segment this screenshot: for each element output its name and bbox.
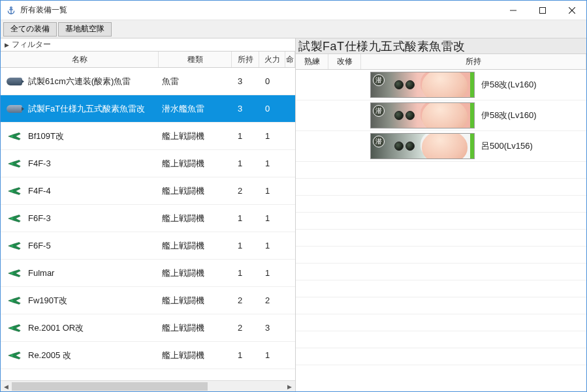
chevron-right-icon: ▶: [5, 42, 9, 48]
col-improvement[interactable]: 改修: [328, 54, 361, 69]
svg-rect-4: [539, 7, 545, 13]
empty-row: [296, 213, 586, 230]
equip-type: 潜水艦魚雷: [159, 103, 232, 115]
empty-row: [296, 314, 586, 331]
svg-point-8: [10, 162, 13, 164]
filter-expander[interactable]: ▶ フィルター: [1, 38, 295, 52]
svg-point-11: [10, 244, 13, 247]
table-row[interactable]: F6F-3艦上戦闘機11: [1, 205, 295, 232]
scroll-thumb[interactable]: [12, 382, 208, 391]
empty-row: [296, 196, 586, 213]
empty-row: [296, 280, 586, 297]
equip-fire: 1: [260, 241, 286, 250]
table-row[interactable]: Fulmar艦上戦闘機11: [1, 260, 295, 287]
equip-owned: 2: [232, 186, 260, 196]
equip-name: Re.2005 改: [28, 350, 71, 361]
table-row[interactable]: 試製61cm六連装(酸素)魚雷魚雷30: [1, 68, 295, 95]
window-title: 所有装備一覧: [20, 5, 498, 16]
equipment-grid-body[interactable]: 試製61cm六連装(酸素)魚雷魚雷30試製FaT仕様九五式酸素魚雷改潜水艦魚雷3…: [1, 68, 295, 380]
equip-type: 艦上戦闘機: [159, 158, 232, 170]
ship-tag-icon: 潜: [373, 74, 385, 86]
scroll-right-icon[interactable]: ▶: [284, 381, 295, 391]
equip-owned: 3: [232, 104, 260, 113]
empty-row: [296, 162, 586, 179]
ship-banner: 潜: [370, 133, 475, 159]
equip-type: 艦上戦闘機: [159, 130, 232, 142]
ship-tag-icon: 潜: [373, 136, 385, 147]
col-owned[interactable]: 所持: [232, 52, 259, 67]
plane-icon: [6, 212, 23, 225]
content-area: ▶ フィルター 名称 種類 所持 火力 命 試製61cm六連装(酸素)魚雷魚雷3…: [1, 38, 586, 391]
svg-point-10: [10, 217, 13, 219]
table-row[interactable]: F4F-4艦上戦闘機21: [1, 177, 295, 205]
detail-grid-header: 熟練 改修 所持: [296, 54, 586, 70]
ship-tag-icon: 潜: [373, 105, 385, 117]
equip-fire: 3: [260, 323, 286, 333]
equip-type: 艦上戦闘機: [159, 350, 232, 361]
empty-row: [296, 348, 586, 365]
equip-fire: 1: [260, 268, 286, 278]
anchor-icon: [6, 5, 16, 16]
equip-fire: 1: [260, 158, 286, 168]
plane-icon: [6, 157, 23, 170]
col-proficiency[interactable]: 熟練: [296, 54, 328, 69]
empty-row: [296, 331, 586, 348]
plane-icon: [6, 349, 23, 362]
col-name[interactable]: 名称: [1, 52, 159, 67]
equip-type: 艦上戦闘機: [159, 267, 232, 279]
col-type[interactable]: 種類: [159, 52, 232, 67]
titlebar: 所有装備一覧: [1, 1, 586, 20]
col-fire[interactable]: 火力: [259, 52, 285, 67]
col-ownedby[interactable]: 所持: [361, 54, 586, 69]
table-row[interactable]: 試製FaT仕様九五式酸素魚雷改潜水艦魚雷30: [1, 95, 295, 123]
table-row[interactable]: Re.2001 OR改艦上戦闘機23: [1, 314, 295, 342]
toolbar: 全ての装備 基地航空隊: [1, 20, 586, 38]
detail-grid-body: 潜伊58改(Lv160)潜伊58改(Lv160)潜呂500(Lv156): [296, 70, 586, 391]
empty-row: [296, 179, 586, 196]
detail-row[interactable]: 潜伊58改(Lv160): [296, 100, 586, 131]
table-row[interactable]: Bf109T改艦上戦闘機11: [1, 123, 295, 150]
equip-name: F4F-3: [28, 158, 51, 168]
minimize-button[interactable]: [498, 1, 528, 20]
tab-airbase[interactable]: 基地航空隊: [58, 22, 112, 37]
svg-point-0: [10, 7, 12, 8]
close-button[interactable]: [557, 1, 586, 20]
table-row[interactable]: Re.2005 改艦上戦闘機11: [1, 342, 295, 369]
tab-all-equipment[interactable]: 全ての装備: [3, 22, 57, 37]
ship-name: 伊58改(Lv160): [481, 110, 537, 121]
plane-icon: [6, 239, 23, 252]
equip-owned: 1: [232, 350, 260, 360]
table-row[interactable]: Fw190T改艦上戦闘機22: [1, 287, 295, 314]
detail-row[interactable]: 潜呂500(Lv156): [296, 131, 586, 162]
equip-name: F6F-3: [28, 213, 51, 223]
table-row[interactable]: F4F-3艦上戦闘機11: [1, 150, 295, 177]
equip-owned: 1: [232, 268, 260, 278]
equip-name: Fulmar: [28, 268, 54, 278]
equip-owned: 1: [232, 213, 260, 223]
ship-banner: 潜: [370, 102, 475, 128]
ship-name: 伊58改(Lv160): [481, 79, 537, 91]
scroll-left-icon[interactable]: ◀: [1, 381, 12, 391]
plane-icon: [6, 322, 23, 335]
equip-fire: 0: [260, 76, 286, 86]
ship-banner: 潜: [370, 72, 475, 98]
equip-owned: 2: [232, 323, 260, 333]
equip-owned: 2: [232, 295, 260, 305]
detail-row[interactable]: 潜伊58改(Lv160): [296, 70, 586, 100]
equip-name: Fw190T改: [28, 295, 67, 307]
equipment-list-pane: ▶ フィルター 名称 種類 所持 火力 命 試製61cm六連装(酸素)魚雷魚雷3…: [1, 38, 296, 391]
equip-type: 艦上戦闘機: [159, 322, 232, 334]
maximize-button[interactable]: [528, 1, 557, 20]
horizontal-scrollbar[interactable]: ◀ ▶: [1, 380, 295, 391]
filter-label: フィルター: [12, 39, 51, 50]
svg-point-15: [10, 354, 13, 356]
col-extra[interactable]: 命: [285, 52, 295, 67]
svg-point-7: [10, 134, 13, 137]
equip-owned: 1: [232, 131, 260, 141]
svg-point-12: [10, 271, 13, 274]
equip-fire: 0: [260, 104, 286, 113]
equipment-grid-header: 名称 種類 所持 火力 命: [1, 52, 295, 68]
table-row[interactable]: F6F-5艦上戦闘機11: [1, 232, 295, 260]
svg-point-9: [10, 189, 13, 192]
equip-fire: 1: [260, 131, 286, 141]
